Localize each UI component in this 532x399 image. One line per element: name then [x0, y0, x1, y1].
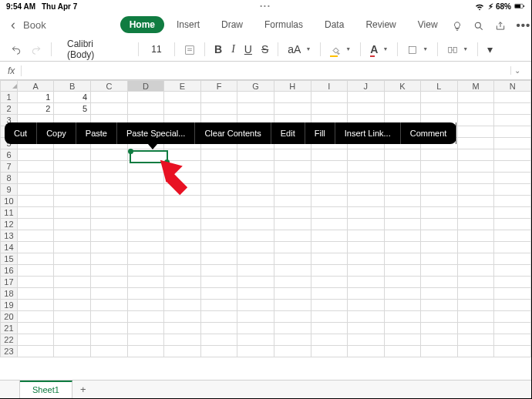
cell-A18[interactable] — [17, 288, 54, 300]
share-icon[interactable] — [495, 18, 506, 31]
cell-C14[interactable] — [91, 242, 128, 253]
cell-K23[interactable] — [384, 346, 421, 357]
cell-N14[interactable] — [494, 242, 531, 253]
cell-C9[interactable] — [91, 184, 128, 196]
cell-B14[interactable] — [54, 242, 91, 253]
cell-H7[interactable] — [274, 161, 311, 173]
cell-E11[interactable] — [164, 207, 201, 219]
cell-K7[interactable] — [384, 161, 421, 173]
cell-C19[interactable] — [91, 300, 128, 311]
cell-G15[interactable] — [237, 253, 274, 265]
cell-D18[interactable] — [127, 288, 164, 300]
cell-J21[interactable] — [348, 323, 385, 334]
chevron-down-icon[interactable]: ▼ — [463, 46, 468, 52]
cell-B6[interactable] — [54, 149, 91, 161]
cell-L22[interactable] — [421, 334, 458, 346]
cell-E17[interactable] — [164, 277, 201, 288]
cell-L13[interactable] — [421, 230, 458, 242]
cell-N12[interactable] — [494, 219, 531, 230]
row-header-18[interactable]: 18 — [1, 288, 18, 300]
cell-G14[interactable] — [237, 242, 274, 253]
cell-H19[interactable] — [274, 300, 311, 311]
cell-J17[interactable] — [348, 277, 385, 288]
toolbar-expand-icon[interactable]: ▾ — [487, 43, 493, 55]
cell-F7[interactable] — [200, 161, 237, 173]
cell-N15[interactable] — [494, 253, 531, 265]
cell-A17[interactable] — [17, 277, 54, 288]
cell-H21[interactable] — [274, 323, 311, 334]
row-header-16[interactable]: 16 — [1, 265, 18, 277]
cell-J7[interactable] — [348, 161, 385, 173]
cell-I18[interactable] — [311, 288, 348, 300]
cell-C21[interactable] — [91, 323, 128, 334]
cell-I20[interactable] — [311, 311, 348, 323]
cell-C18[interactable] — [91, 288, 128, 300]
spreadsheet-grid[interactable]: ABCDEFGHIJKLMN11422534567891011121314151… — [0, 80, 531, 387]
cell-I9[interactable] — [311, 184, 348, 196]
cell-M1[interactable] — [457, 92, 494, 103]
cell-K16[interactable] — [384, 265, 421, 277]
cell-G11[interactable] — [237, 207, 274, 219]
cell-F10[interactable] — [200, 196, 237, 207]
tab-review[interactable]: Review — [356, 16, 405, 33]
search-icon[interactable] — [473, 18, 484, 31]
cell-M17[interactable] — [457, 277, 494, 288]
row-header-12[interactable]: 12 — [1, 219, 18, 230]
sheet-tab-sheet1[interactable]: Sheet1 — [20, 381, 72, 398]
cell-K22[interactable] — [384, 334, 421, 346]
cell-F22[interactable] — [200, 334, 237, 346]
cell-G19[interactable] — [237, 300, 274, 311]
ctx-edit[interactable]: Edit — [271, 122, 305, 144]
cell-H8[interactable] — [274, 173, 311, 184]
tab-draw[interactable]: Draw — [212, 16, 252, 33]
cell-B17[interactable] — [54, 277, 91, 288]
cell-M23[interactable] — [457, 346, 494, 357]
cell-C7[interactable] — [91, 161, 128, 173]
cell-A6[interactable] — [17, 149, 54, 161]
cell-B20[interactable] — [54, 311, 91, 323]
cell-A12[interactable] — [17, 219, 54, 230]
row-header-11[interactable]: 11 — [1, 207, 18, 219]
cell-B2[interactable]: 5 — [54, 103, 91, 115]
cell-K11[interactable] — [384, 207, 421, 219]
tab-data[interactable]: Data — [315, 16, 353, 33]
cell-G23[interactable] — [237, 346, 274, 357]
cell-D6[interactable] — [127, 149, 164, 161]
cell-L17[interactable] — [421, 277, 458, 288]
cell-I19[interactable] — [311, 300, 348, 311]
cell-F17[interactable] — [200, 277, 237, 288]
cell-A21[interactable] — [17, 323, 54, 334]
row-header-13[interactable]: 13 — [1, 230, 18, 242]
cell-N20[interactable] — [494, 311, 531, 323]
cell-G16[interactable] — [237, 265, 274, 277]
undo-icon[interactable] — [11, 42, 22, 55]
col-header-K[interactable]: K — [384, 81, 421, 92]
cell-F8[interactable] — [200, 173, 237, 184]
cell-G7[interactable] — [237, 161, 274, 173]
cell-J9[interactable] — [348, 184, 385, 196]
cell-B16[interactable] — [54, 265, 91, 277]
cell-E1[interactable] — [164, 92, 201, 103]
cell-N4[interactable] — [494, 126, 531, 138]
cell-H2[interactable] — [274, 103, 311, 115]
row-header-10[interactable]: 10 — [1, 196, 18, 207]
cell-M7[interactable] — [457, 161, 494, 173]
cell-E21[interactable] — [164, 323, 201, 334]
chevron-down-icon[interactable]: ▼ — [382, 46, 388, 52]
ctx-clear-contents[interactable]: Clear Contents — [195, 122, 271, 144]
cell-E2[interactable] — [164, 103, 201, 115]
cell-D17[interactable] — [127, 277, 164, 288]
cell-G17[interactable] — [237, 277, 274, 288]
cell-I13[interactable] — [311, 230, 348, 242]
cell-A7[interactable] — [17, 161, 54, 173]
cell-B10[interactable] — [54, 196, 91, 207]
cell-L18[interactable] — [421, 288, 458, 300]
cell-H16[interactable] — [274, 265, 311, 277]
tab-formulas[interactable]: Formulas — [255, 16, 312, 33]
cell-E13[interactable] — [164, 230, 201, 242]
cell-N16[interactable] — [494, 265, 531, 277]
cell-E12[interactable] — [164, 219, 201, 230]
ctx-paste[interactable]: Paste — [76, 122, 117, 144]
row-header-14[interactable]: 14 — [1, 242, 18, 253]
cell-I11[interactable] — [311, 207, 348, 219]
